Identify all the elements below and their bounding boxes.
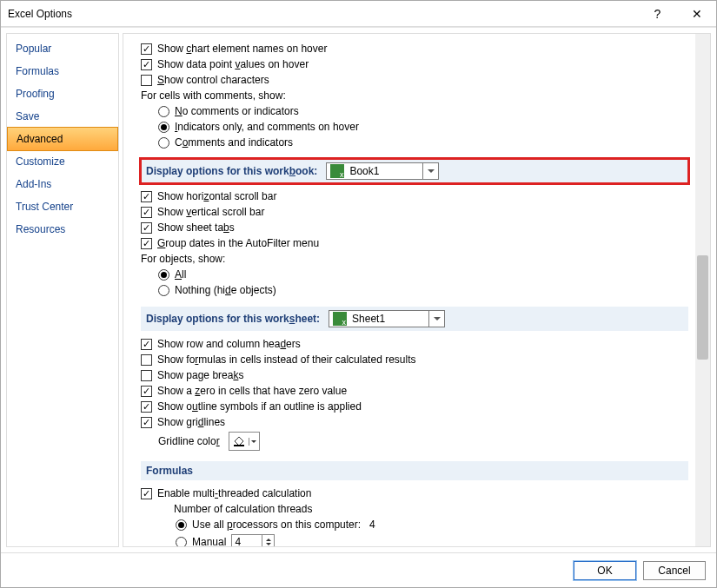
spinner-up-icon[interactable]	[262, 535, 274, 542]
workbook-icon	[330, 164, 344, 178]
section-worksheet-title: Display options for this worksheet:	[146, 313, 320, 325]
label-comments-indicators: Comments and indicators	[175, 136, 293, 149]
label-group-dates: Group dates in the AutoFilter menu	[157, 237, 319, 249]
scrollbar-thumb[interactable]	[697, 255, 708, 360]
sidebar-item-proofing[interactable]: Proofing	[7, 83, 118, 105]
comments-heading: For cells with comments, show:	[141, 88, 688, 103]
sidebar-item-advanced[interactable]: Advanced	[7, 127, 118, 151]
label-manual-threads: Manual	[192, 536, 226, 546]
label-control-chars: Show control characters	[157, 74, 269, 86]
worksheet-dropdown[interactable]: Sheet1	[329, 310, 445, 327]
section-workbook-display: Display options for this workbook: Book1	[141, 159, 688, 183]
label-chart-names: Show chart element names on hover	[157, 43, 327, 55]
threads-heading: Number of calculation threads	[141, 501, 688, 517]
svg-rect-0	[234, 445, 244, 446]
gridline-color-button[interactable]	[229, 432, 260, 451]
sidebar-item-customize[interactable]: Customize	[7, 150, 118, 173]
radio-comments-indicators[interactable]	[158, 137, 169, 149]
radio-indicators-only[interactable]	[158, 122, 169, 133]
content-pane: Show chart element names on hover Show d…	[123, 34, 695, 546]
paint-bucket-icon	[229, 435, 249, 447]
checkbox-page-breaks[interactable]	[141, 370, 152, 381]
sidebar-item-formulas[interactable]: Formulas	[7, 60, 118, 83]
chevron-down-icon	[249, 438, 259, 446]
radio-no-comments[interactable]	[158, 106, 169, 117]
sidebar-item-save[interactable]: Save	[7, 105, 118, 128]
chevron-down-icon	[422, 163, 438, 179]
label-objects-all: All	[175, 268, 186, 281]
window-title: Excel Options	[8, 8, 638, 20]
sidebar-item-popular[interactable]: Popular	[7, 37, 118, 60]
radio-objects-none[interactable]	[158, 285, 169, 296]
checkbox-headers[interactable]	[141, 339, 152, 350]
label-gridlines: Show gridlines	[157, 416, 225, 428]
spinner-down-icon[interactable]	[262, 542, 274, 546]
section-workbook-title: Display options for this workbook:	[146, 165, 317, 177]
sidebar-item-addins[interactable]: Add-Ins	[7, 173, 118, 195]
radio-objects-all[interactable]	[158, 269, 169, 281]
manual-threads-input[interactable]	[232, 535, 262, 546]
manual-threads-spinner[interactable]	[231, 534, 275, 546]
checkbox-outline[interactable]	[141, 401, 152, 413]
checkbox-vscroll[interactable]	[141, 207, 152, 218]
label-hscroll: Show horizontal scroll bar	[157, 190, 276, 202]
checkbox-gridlines[interactable]	[141, 417, 152, 428]
dialog-footer: OK Cancel	[1, 552, 716, 587]
label-indicators-only: Indicators only, and comments on hover	[175, 121, 359, 133]
worksheet-dropdown-label: Sheet1	[350, 313, 428, 325]
label-headers: Show row and column headers	[157, 338, 301, 350]
help-button[interactable]: ?	[638, 1, 677, 27]
label-use-all-processors: Use all processors on this computer: 4	[192, 519, 375, 531]
section-formulas-title: Formulas	[146, 465, 193, 477]
gridline-color-label: Gridline color	[158, 435, 220, 447]
section-worksheet-display: Display options for this worksheet: Shee…	[141, 307, 688, 331]
label-page-breaks: Show page breaks	[157, 369, 243, 381]
checkbox-control-chars[interactable]	[141, 75, 152, 86]
worksheet-icon	[333, 312, 347, 326]
cancel-button[interactable]: Cancel	[643, 561, 706, 580]
workbook-dropdown[interactable]: Book1	[326, 162, 439, 180]
checkbox-data-point[interactable]	[141, 59, 152, 70]
sidebar-item-resources[interactable]: Resources	[7, 218, 118, 241]
label-sheet-tabs: Show sheet tabs	[157, 221, 235, 234]
radio-manual-threads[interactable]	[176, 537, 187, 547]
label-data-point: Show data point values on hover	[157, 58, 309, 70]
checkbox-multithread[interactable]	[141, 488, 152, 499]
label-vscroll: Show vertical scroll bar	[157, 206, 264, 218]
titlebar: Excel Options ? ✕	[1, 1, 716, 27]
radio-use-all-processors[interactable]	[176, 519, 187, 531]
checkbox-chart-names[interactable]	[141, 43, 152, 55]
label-zero: Show a zero in cells that have zero valu…	[157, 385, 347, 397]
label-multithread: Enable multi-threaded calculation	[157, 487, 311, 499]
sidebar: Popular Formulas Proofing Save Advanced …	[6, 33, 119, 547]
section-formulas: Formulas	[141, 461, 688, 480]
checkbox-zero[interactable]	[141, 386, 152, 397]
checkbox-sheet-tabs[interactable]	[141, 222, 152, 234]
label-no-comments: No comments or indicators	[175, 105, 299, 117]
close-button[interactable]: ✕	[677, 1, 716, 27]
label-outline: Show outline symbols if an outline is ap…	[157, 400, 362, 413]
checkbox-show-formulas[interactable]	[141, 354, 152, 366]
label-objects-none: Nothing (hide objects)	[175, 284, 276, 296]
sidebar-item-trust-center[interactable]: Trust Center	[7, 195, 118, 218]
ok-button[interactable]: OK	[574, 561, 636, 580]
checkbox-group-dates[interactable]	[141, 238, 152, 249]
checkbox-hscroll[interactable]	[141, 191, 152, 202]
workbook-dropdown-label: Book1	[348, 165, 422, 177]
processor-count: 4	[369, 519, 375, 531]
excel-options-dialog: Excel Options ? ✕ Popular Formulas Proof…	[0, 0, 717, 588]
label-show-formulas: Show formulas in cells instead of their …	[157, 353, 415, 366]
chevron-down-icon	[428, 311, 444, 327]
vertical-scrollbar[interactable]	[695, 34, 710, 546]
objects-heading: For objects, show:	[141, 251, 688, 267]
